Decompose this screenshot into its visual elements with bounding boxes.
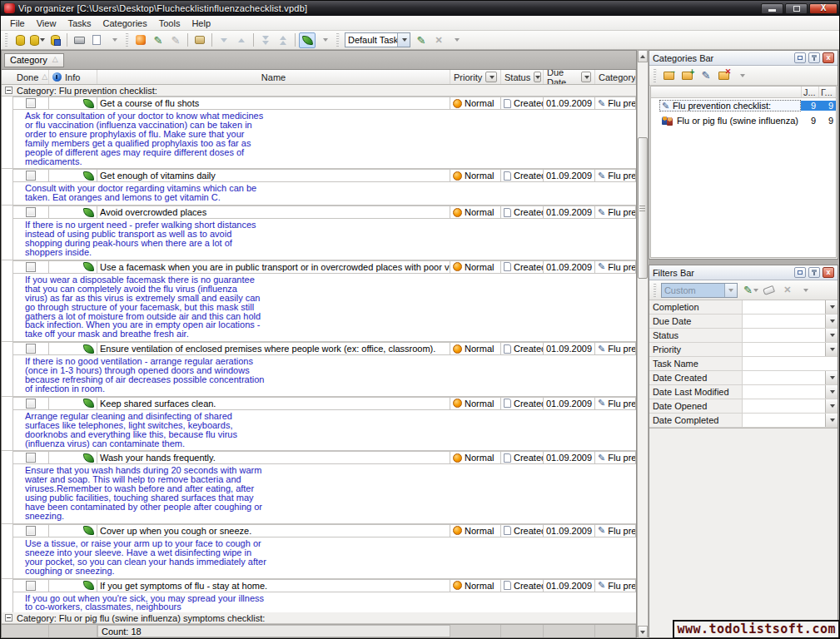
vertical-scrollbar[interactable]: [637, 50, 648, 638]
open-database-button[interactable]: [29, 32, 46, 48]
categories-overflow-button[interactable]: [734, 67, 751, 83]
column-header-info[interactable]: Info: [49, 70, 97, 84]
column-header-category[interactable]: Category△: [595, 70, 636, 84]
task-row[interactable]: Avoid overcrowded places Normal Created …: [2, 206, 636, 219]
task-done-checkbox[interactable]: [26, 207, 36, 217]
priority-cell[interactable]: Normal: [450, 524, 501, 537]
task-done-checkbox[interactable]: [26, 98, 36, 108]
print-preview-button[interactable]: [88, 32, 105, 48]
task-name-cell[interactable]: Get enough of vitamins daily: [97, 169, 450, 182]
category-tree-item[interactable]: ✎ Flu prevention checklist: 9 9: [651, 98, 836, 113]
column-header-priority[interactable]: Priority: [450, 70, 501, 84]
filter-dropdown-button[interactable]: [825, 315, 838, 328]
menu-tasks[interactable]: Tasks: [62, 17, 97, 30]
task-name-cell[interactable]: Ensure ventilation of enclosed premises …: [97, 342, 450, 355]
priority-cell[interactable]: Normal: [450, 397, 501, 410]
add-subcategory-button[interactable]: [679, 67, 696, 83]
column-header-name[interactable]: Name: [97, 70, 450, 84]
task-row[interactable]: Wash your hands frequently. Normal Creat…: [2, 451, 636, 464]
task-name-cell[interactable]: Get a course of flu shots: [97, 97, 450, 110]
collapse-icon[interactable]: [5, 87, 12, 94]
scroll-down-button[interactable]: [638, 626, 648, 638]
float-panel-button[interactable]: [794, 267, 806, 278]
priority-cell[interactable]: Normal: [450, 260, 501, 274]
delete-category-button[interactable]: [716, 67, 733, 83]
category-cell[interactable]: ✎Flu prevention checklist:: [595, 206, 636, 219]
menu-file[interactable]: File: [4, 17, 31, 30]
pin-panel-button[interactable]: [808, 267, 820, 278]
task-done-checkbox[interactable]: [26, 399, 36, 409]
filter-value-field[interactable]: [743, 399, 825, 413]
due-date-cell[interactable]: 01.09.2009: [544, 524, 595, 537]
due-date-cell[interactable]: 01.09.2009: [544, 169, 595, 182]
new-database-button[interactable]: [12, 32, 28, 48]
task-done-checkbox[interactable]: [26, 262, 36, 272]
task-name-cell[interactable]: Cover up when you cough or sneeze.: [97, 524, 450, 537]
task-done-checkbox[interactable]: [26, 581, 36, 591]
duplicate-task-button[interactable]: ✎: [167, 32, 184, 48]
status-cell[interactable]: Created: [501, 342, 544, 355]
close-panel-button[interactable]: x: [823, 52, 834, 63]
filter-dropdown-button[interactable]: [825, 414, 838, 427]
priority-cell[interactable]: Normal: [450, 451, 501, 464]
filter-dropdown-button[interactable]: [825, 371, 838, 384]
show-notes-toggle[interactable]: [299, 32, 316, 48]
status-cell[interactable]: Created: [501, 451, 544, 464]
category-cell[interactable]: ✎Flu prevention checklist:: [595, 260, 636, 274]
task-name-cell[interactable]: If you get symptoms of flu - stay at hom…: [97, 579, 450, 592]
minimize-button[interactable]: [761, 3, 783, 14]
scrollbar-track[interactable]: [638, 62, 648, 626]
category-cell[interactable]: ✎Flu prevention checklist:: [595, 451, 636, 464]
task-name-cell[interactable]: Use a facemask when you are in public tr…: [97, 260, 450, 274]
status-filter-button[interactable]: [534, 72, 541, 82]
filter-dropdown-button[interactable]: [825, 329, 838, 342]
count-column-1-header[interactable]: J...: [801, 87, 818, 97]
group-by-category-chip[interactable]: Category △: [4, 53, 64, 67]
move-down-button[interactable]: [216, 32, 232, 48]
filter-value-field[interactable]: [743, 300, 825, 314]
status-cell[interactable]: Created: [501, 206, 544, 219]
print-button[interactable]: [71, 32, 87, 48]
scrollbar-thumb[interactable]: [638, 137, 648, 279]
combobox-dropdown-button[interactable]: [397, 33, 410, 47]
filter-value-field[interactable]: [743, 371, 825, 384]
add-category-button[interactable]: [661, 67, 678, 83]
restore-button[interactable]: [785, 3, 808, 14]
task-name-cell[interactable]: Wash your hands frequently.: [97, 451, 450, 464]
apply-template-button[interactable]: ✎: [413, 32, 430, 48]
task-row[interactable]: Cover up when you cough or sneeze. Norma…: [2, 524, 636, 537]
filter-preset-combobox[interactable]: Custom: [661, 283, 738, 298]
group-row-swine-flu[interactable]: Category: Flu or pig flu (swine influenz…: [2, 612, 636, 624]
due-date-cell[interactable]: 01.09.2009: [544, 342, 595, 355]
move-bottom-button[interactable]: [257, 32, 274, 48]
menu-view[interactable]: View: [31, 17, 62, 30]
delete-template-button[interactable]: ✕: [430, 32, 447, 48]
column-header-status[interactable]: Status: [501, 70, 544, 84]
filter-dropdown-button[interactable]: [825, 300, 838, 314]
priority-cell[interactable]: Normal: [450, 206, 501, 219]
edit-category-button[interactable]: ✎: [698, 67, 714, 83]
task-done-checkbox[interactable]: [26, 344, 36, 354]
column-header-done[interactable]: Done△: [13, 70, 49, 84]
filter-value-field[interactable]: [743, 385, 825, 399]
task-row[interactable]: Get enough of vitamins daily Normal Crea…: [2, 169, 636, 182]
status-cell[interactable]: Created: [501, 169, 544, 182]
toolbar-overflow-button[interactable]: [448, 32, 465, 48]
status-cell[interactable]: Created: [501, 397, 544, 410]
filter-value-field[interactable]: [743, 329, 825, 342]
task-name-cell[interactable]: Avoid overcrowded places: [97, 206, 450, 219]
default-task-combobox[interactable]: Default Task: [345, 32, 410, 47]
task-row[interactable]: If you get symptoms of flu - stay at hom…: [2, 579, 636, 592]
category-cell[interactable]: ✎Flu prevention checklist:: [595, 579, 636, 592]
task-row[interactable]: Get a course of flu shots Normal Created…: [2, 97, 636, 110]
filter-dropdown-button[interactable]: [825, 385, 838, 399]
new-task-button[interactable]: [132, 32, 149, 48]
status-cell[interactable]: Created: [501, 97, 544, 110]
filter-value-field[interactable]: [743, 315, 825, 328]
category-cell[interactable]: ✎Flu prevention checklist:: [595, 397, 636, 410]
due-date-cell[interactable]: 01.09.2009: [544, 206, 595, 219]
combobox-dropdown-button[interactable]: [724, 284, 737, 297]
task-done-checkbox[interactable]: [26, 171, 36, 181]
scroll-up-button[interactable]: [638, 50, 648, 62]
filter-dropdown-button[interactable]: [825, 399, 838, 413]
